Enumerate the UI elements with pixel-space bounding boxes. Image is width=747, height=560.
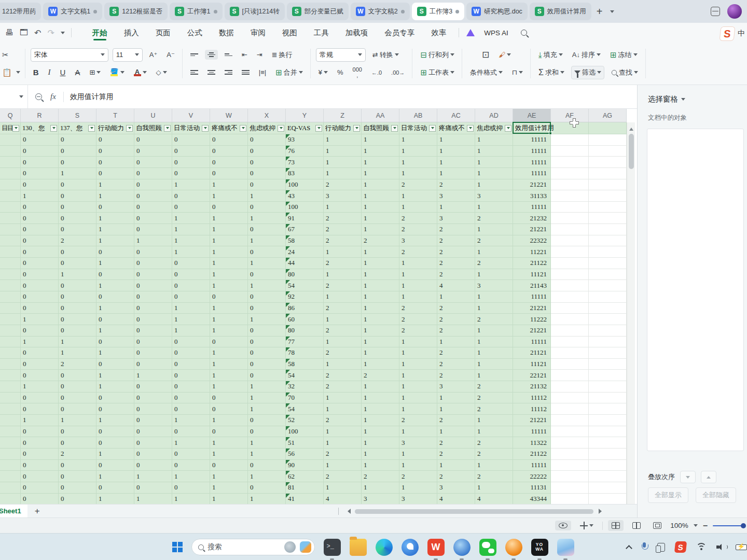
- align-right-button[interactable]: [222, 67, 235, 77]
- filter-dropdown-button[interactable]: [278, 125, 284, 132]
- eraser-button[interactable]: ◇: [154, 67, 170, 78]
- split-view-button[interactable]: [629, 520, 644, 531]
- cell-W[interactable]: 1: [210, 314, 248, 325]
- cell-T[interactable]: 1: [96, 471, 134, 482]
- cell-AC[interactable]: 2: [437, 246, 475, 258]
- print-icon[interactable]: 🖶: [5, 28, 13, 37]
- cell-R[interactable]: 0: [21, 224, 59, 235]
- cell-U[interactable]: 0: [134, 337, 172, 348]
- cell-Q[interactable]: [0, 370, 21, 381]
- cell-AA[interactable]: 1: [362, 168, 399, 179]
- decrease-indent-icon[interactable]: ⇤: [239, 49, 250, 60]
- cell-AE[interactable]: 11221: [513, 246, 551, 258]
- borders-button[interactable]: ⊞: [87, 67, 103, 78]
- cell-AF[interactable]: [551, 269, 589, 281]
- cell-Y[interactable]: 54: [286, 370, 324, 381]
- cell-Z[interactable]: 1: [324, 437, 362, 449]
- cell-AB[interactable]: 1: [399, 426, 437, 438]
- cell-AD[interactable]: 1: [475, 482, 513, 494]
- cell-V[interactable]: 0: [172, 202, 210, 213]
- cell-AA[interactable]: 1: [362, 393, 399, 404]
- cell-AG[interactable]: [589, 246, 627, 258]
- cell-U[interactable]: 0: [134, 246, 172, 258]
- wps-tray-icon[interactable]: S: [674, 541, 687, 553]
- cell-AG[interactable]: [589, 202, 627, 213]
- cell-X[interactable]: 1: [248, 213, 286, 224]
- cell-V[interactable]: 1: [172, 325, 210, 337]
- cell-V[interactable]: 0: [172, 370, 210, 381]
- cell-AA[interactable]: 1: [362, 314, 399, 325]
- cell-Q[interactable]: [0, 202, 21, 213]
- cell-AE[interactable]: 11111: [513, 202, 551, 213]
- cell-Q[interactable]: [0, 269, 21, 281]
- cell-W[interactable]: 0: [210, 202, 248, 213]
- objects-list[interactable]: [647, 129, 744, 451]
- cell-AC[interactable]: 2: [437, 235, 475, 247]
- cell-AA[interactable]: 1: [362, 325, 399, 337]
- cell-U[interactable]: 0: [134, 168, 172, 179]
- cell-W[interactable]: 0: [210, 460, 248, 471]
- cell-T[interactable]: 0: [96, 202, 134, 213]
- cell-U[interactable]: 1: [134, 235, 172, 247]
- cell-AD[interactable]: 2: [475, 471, 513, 482]
- cell-U[interactable]: 0: [134, 157, 172, 168]
- cell-R[interactable]: 0: [21, 347, 59, 359]
- cell-AF[interactable]: [551, 347, 589, 359]
- cell-Z[interactable]: 2: [324, 303, 362, 314]
- rocket-icon[interactable]: [300, 541, 311, 553]
- move-tool-button[interactable]: [576, 520, 597, 531]
- cell-AE[interactable]: 11121: [513, 269, 551, 281]
- cell-AA[interactable]: 1: [362, 134, 399, 146]
- cell-S[interactable]: 1: [59, 415, 96, 426]
- cell-Z[interactable]: 1: [324, 269, 362, 281]
- cell-Q[interactable]: [0, 347, 21, 359]
- cell-AF[interactable]: [551, 157, 589, 168]
- cell-style-button[interactable]: ⊓: [509, 67, 525, 78]
- cell-AC[interactable]: 2: [437, 437, 475, 449]
- document-tab[interactable]: S效用值计算用: [530, 3, 591, 20]
- cell-Q[interactable]: [0, 482, 21, 494]
- cell-AD[interactable]: 2: [475, 381, 513, 393]
- cell-R[interactable]: 1: [21, 314, 59, 325]
- cell-X[interactable]: 0: [248, 347, 286, 359]
- cell-AD[interactable]: 1: [475, 179, 513, 191]
- cell-T[interactable]: 0: [96, 393, 134, 404]
- filter-header-cell-S[interactable]: 137、您: [59, 122, 96, 134]
- cell-V[interactable]: 0: [172, 157, 210, 168]
- cell-AD[interactable]: 1: [475, 359, 513, 370]
- cell-AE[interactable]: 21132: [513, 381, 551, 393]
- qat-dropdown-icon[interactable]: [61, 32, 65, 36]
- cell-X[interactable]: 1: [248, 449, 286, 460]
- tab-list-dropdown-icon[interactable]: [610, 10, 614, 15]
- cell-W[interactable]: 1: [210, 471, 248, 482]
- cell-AB[interactable]: 1: [399, 134, 437, 146]
- cell-S[interactable]: 0: [59, 179, 96, 191]
- cell-V[interactable]: 1: [172, 213, 210, 224]
- cell-W[interactable]: 1: [210, 415, 248, 426]
- cell-U[interactable]: 0: [134, 437, 172, 449]
- cell-T[interactable]: 1: [96, 213, 134, 224]
- cell-S[interactable]: 0: [59, 437, 96, 449]
- cell-AG[interactable]: [589, 190, 627, 202]
- cell-AD[interactable]: 2: [475, 213, 513, 224]
- cell-W[interactable]: 1: [210, 269, 248, 281]
- cell-Y[interactable]: 100: [286, 202, 324, 213]
- merge-cells-button[interactable]: ⊞ 合并: [273, 66, 306, 79]
- cell-S[interactable]: 0: [59, 224, 96, 235]
- convert-button[interactable]: ⇄ 转换: [370, 49, 402, 61]
- cell-R[interactable]: 0: [21, 146, 59, 157]
- cell-AG[interactable]: [589, 179, 627, 191]
- cell-U[interactable]: 0: [134, 280, 172, 291]
- document-tab[interactable]: W文字文稿2: [351, 3, 410, 20]
- scroll-up-arrow-icon[interactable]: [629, 125, 633, 131]
- cell-Z[interactable]: 1: [324, 314, 362, 325]
- cell-AD[interactable]: 2: [475, 235, 513, 247]
- filter-dropdown-button[interactable]: [240, 125, 246, 132]
- cell-Q[interactable]: [0, 460, 21, 471]
- cell-Y[interactable]: 54: [286, 280, 324, 291]
- cell-AB[interactable]: 1: [399, 347, 437, 359]
- cell-Z[interactable]: 1: [324, 168, 362, 179]
- cell-AF[interactable]: [551, 471, 589, 482]
- cell-Q[interactable]: [0, 471, 21, 482]
- page-layout-button[interactable]: [649, 520, 665, 531]
